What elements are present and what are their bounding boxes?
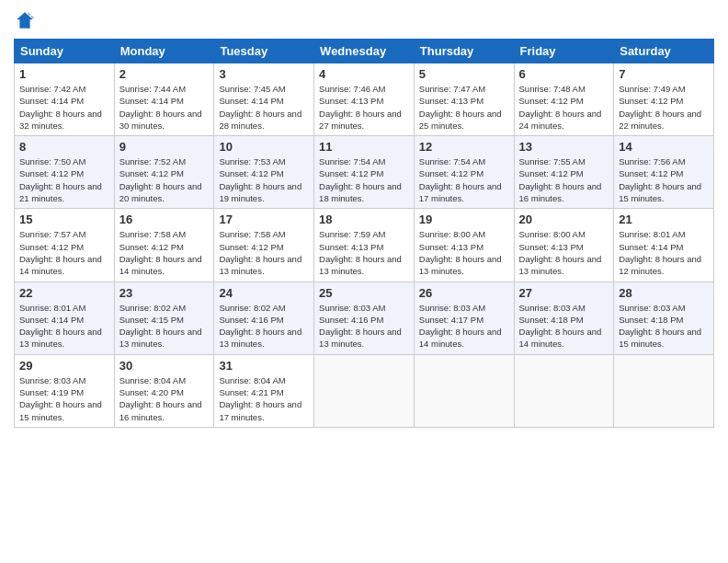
- calendar-cell: 24 Sunrise: 8:02 AM Sunset: 4:16 PM Dayl…: [214, 282, 314, 354]
- day-number: 17: [219, 213, 309, 226]
- calendar-week-3: 15 Sunrise: 7:57 AM Sunset: 4:12 PM Dayl…: [15, 209, 714, 282]
- daylight-label: Daylight: 8 hours and 15 minutes.: [619, 327, 701, 349]
- day-number: 20: [519, 213, 609, 226]
- day-number: 22: [19, 286, 109, 300]
- daylight-label: Daylight: 8 hours and 15 minutes.: [19, 399, 102, 421]
- sunset-label: Sunset: 4:15 PM: [119, 315, 184, 325]
- day-number: 14: [619, 140, 709, 154]
- day-number: 15: [19, 213, 109, 226]
- sunset-label: Sunset: 4:19 PM: [19, 387, 84, 397]
- sunrise-label: Sunrise: 8:03 AM: [19, 375, 85, 385]
- calendar-cell: 25 Sunrise: 8:03 AM Sunset: 4:16 PM Dayl…: [314, 282, 415, 354]
- sunrise-label: Sunrise: 8:01 AM: [19, 303, 85, 313]
- sunrise-label: Sunrise: 8:02 AM: [119, 303, 186, 313]
- sunrise-label: Sunrise: 7:50 AM: [19, 156, 85, 167]
- page: Sunday Monday Tuesday Wednesday Thursday…: [0, 0, 728, 563]
- sunrise-label: Sunrise: 7:49 AM: [619, 84, 685, 94]
- day-info: Sunrise: 7:46 AM Sunset: 4:13 PM Dayligh…: [319, 83, 409, 132]
- daylight-label: Daylight: 8 hours and 13 minutes.: [19, 327, 102, 349]
- calendar-cell: 29 Sunrise: 8:03 AM Sunset: 4:19 PM Dayl…: [15, 354, 115, 427]
- day-info: Sunrise: 8:02 AM Sunset: 4:15 PM Dayligh…: [119, 302, 210, 350]
- calendar-cell: 27 Sunrise: 8:03 AM Sunset: 4:18 PM Dayl…: [514, 282, 614, 354]
- day-info: Sunrise: 8:03 AM Sunset: 4:17 PM Dayligh…: [419, 302, 509, 350]
- sunrise-label: Sunrise: 7:58 AM: [119, 229, 186, 239]
- day-info: Sunrise: 7:54 AM Sunset: 4:12 PM Dayligh…: [319, 155, 409, 204]
- day-info: Sunrise: 8:04 AM Sunset: 4:20 PM Dayligh…: [119, 374, 210, 423]
- calendar-cell: 19 Sunrise: 8:00 AM Sunset: 4:13 PM Dayl…: [414, 209, 514, 282]
- col-thursday: Thursday: [414, 40, 514, 63]
- day-info: Sunrise: 7:49 AM Sunset: 4:12 PM Dayligh…: [619, 83, 709, 132]
- logo-icon: [14, 9, 36, 31]
- daylight-label: Daylight: 8 hours and 24 minutes.: [519, 109, 602, 131]
- header: [14, 9, 714, 31]
- sunset-label: Sunset: 4:12 PM: [519, 168, 584, 178]
- sunrise-label: Sunrise: 7:55 AM: [519, 156, 586, 167]
- sunset-label: Sunset: 4:18 PM: [619, 315, 683, 325]
- daylight-label: Daylight: 8 hours and 16 minutes.: [519, 181, 602, 203]
- daylight-label: Daylight: 8 hours and 13 minutes.: [219, 254, 301, 276]
- day-number: 13: [519, 140, 609, 154]
- day-info: Sunrise: 8:01 AM Sunset: 4:14 PM Dayligh…: [619, 228, 709, 277]
- day-number: 21: [619, 213, 709, 226]
- day-info: Sunrise: 8:03 AM Sunset: 4:18 PM Dayligh…: [619, 302, 709, 350]
- calendar-cell: 31 Sunrise: 8:04 AM Sunset: 4:21 PM Dayl…: [214, 354, 314, 427]
- day-info: Sunrise: 7:47 AM Sunset: 4:13 PM Dayligh…: [419, 83, 509, 132]
- col-wednesday: Wednesday: [314, 40, 415, 63]
- sunrise-label: Sunrise: 8:03 AM: [319, 303, 385, 313]
- day-info: Sunrise: 8:02 AM Sunset: 4:16 PM Dayligh…: [219, 302, 309, 350]
- sunrise-label: Sunrise: 7:54 AM: [419, 156, 485, 167]
- daylight-label: Daylight: 8 hours and 16 minutes.: [119, 399, 202, 421]
- sunset-label: Sunset: 4:12 PM: [519, 96, 584, 106]
- sunset-label: Sunset: 4:13 PM: [419, 96, 483, 106]
- sunrise-label: Sunrise: 8:01 AM: [619, 229, 685, 239]
- daylight-label: Daylight: 8 hours and 17 minutes.: [419, 181, 502, 203]
- daylight-label: Daylight: 8 hours and 21 minutes.: [19, 181, 102, 203]
- day-info: Sunrise: 8:00 AM Sunset: 4:13 PM Dayligh…: [419, 228, 509, 277]
- calendar-cell: 3 Sunrise: 7:45 AM Sunset: 4:14 PM Dayli…: [214, 63, 314, 136]
- daylight-label: Daylight: 8 hours and 13 minutes.: [419, 254, 502, 276]
- sunrise-label: Sunrise: 7:53 AM: [219, 156, 285, 167]
- day-number: 9: [119, 140, 210, 154]
- day-info: Sunrise: 7:45 AM Sunset: 4:14 PM Dayligh…: [219, 83, 309, 132]
- day-info: Sunrise: 8:03 AM Sunset: 4:16 PM Dayligh…: [319, 302, 409, 350]
- day-number: 18: [319, 213, 409, 226]
- day-number: 12: [419, 140, 509, 154]
- daylight-label: Daylight: 8 hours and 13 minutes.: [319, 254, 402, 276]
- day-number: 28: [619, 286, 709, 300]
- calendar-cell: 20 Sunrise: 8:00 AM Sunset: 4:13 PM Dayl…: [514, 209, 614, 282]
- calendar-cell: 26 Sunrise: 8:03 AM Sunset: 4:17 PM Dayl…: [414, 282, 514, 354]
- day-number: 6: [519, 67, 609, 81]
- sunset-label: Sunset: 4:20 PM: [119, 387, 184, 397]
- day-info: Sunrise: 7:44 AM Sunset: 4:14 PM Dayligh…: [119, 83, 210, 132]
- sunset-label: Sunset: 4:14 PM: [619, 242, 683, 252]
- daylight-label: Daylight: 8 hours and 14 minutes.: [419, 327, 502, 349]
- calendar-cell: 22 Sunrise: 8:01 AM Sunset: 4:14 PM Dayl…: [15, 282, 115, 354]
- sunrise-label: Sunrise: 7:52 AM: [119, 156, 186, 167]
- calendar-header-row: Sunday Monday Tuesday Wednesday Thursday…: [15, 40, 714, 63]
- calendar-cell: 23 Sunrise: 8:02 AM Sunset: 4:15 PM Dayl…: [114, 282, 214, 354]
- daylight-label: Daylight: 8 hours and 14 minutes.: [119, 254, 202, 276]
- day-number: 24: [219, 286, 309, 300]
- day-info: Sunrise: 7:52 AM Sunset: 4:12 PM Dayligh…: [119, 155, 210, 204]
- daylight-label: Daylight: 8 hours and 14 minutes.: [19, 254, 102, 276]
- calendar-cell: 15 Sunrise: 7:57 AM Sunset: 4:12 PM Dayl…: [15, 209, 115, 282]
- calendar-cell: 7 Sunrise: 7:49 AM Sunset: 4:12 PM Dayli…: [614, 63, 714, 136]
- daylight-label: Daylight: 8 hours and 27 minutes.: [319, 109, 402, 131]
- sunset-label: Sunset: 4:16 PM: [219, 315, 283, 325]
- daylight-label: Daylight: 8 hours and 13 minutes.: [119, 327, 202, 349]
- col-sunday: Sunday: [15, 40, 115, 63]
- sunset-label: Sunset: 4:14 PM: [219, 96, 283, 106]
- day-number: 7: [619, 67, 709, 81]
- calendar-cell: 16 Sunrise: 7:58 AM Sunset: 4:12 PM Dayl…: [114, 209, 214, 282]
- sunset-label: Sunset: 4:12 PM: [19, 242, 84, 252]
- calendar-cell: 1 Sunrise: 7:42 AM Sunset: 4:14 PM Dayli…: [15, 63, 115, 136]
- day-info: Sunrise: 7:42 AM Sunset: 4:14 PM Dayligh…: [19, 83, 109, 132]
- sunset-label: Sunset: 4:14 PM: [19, 96, 84, 106]
- calendar-cell: 12 Sunrise: 7:54 AM Sunset: 4:12 PM Dayl…: [414, 136, 514, 209]
- day-number: 19: [419, 213, 509, 226]
- calendar-week-2: 8 Sunrise: 7:50 AM Sunset: 4:12 PM Dayli…: [15, 136, 714, 209]
- sunrise-label: Sunrise: 7:44 AM: [119, 84, 186, 94]
- day-info: Sunrise: 8:00 AM Sunset: 4:13 PM Dayligh…: [519, 228, 609, 277]
- daylight-label: Daylight: 8 hours and 19 minutes.: [219, 181, 301, 203]
- day-info: Sunrise: 8:03 AM Sunset: 4:19 PM Dayligh…: [19, 374, 109, 423]
